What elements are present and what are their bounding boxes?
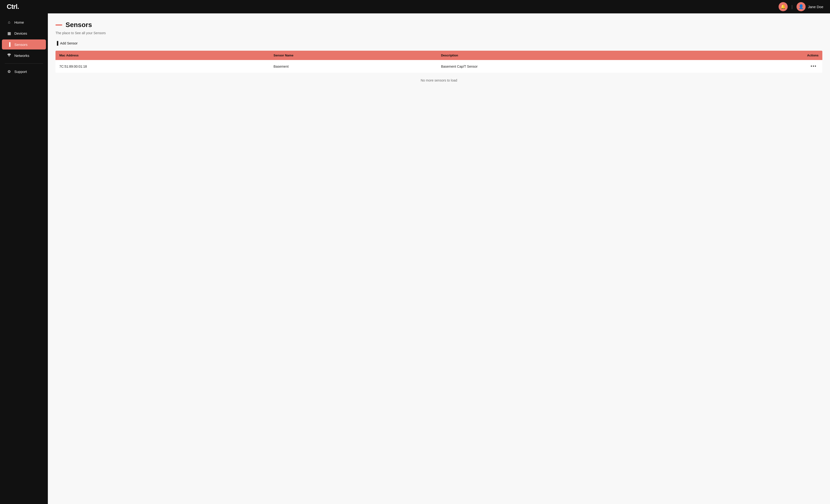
cell-description: Basement Cap/T Sensor bbox=[437, 60, 707, 73]
table-header-row: Mac Address Sensor Name Description Acti… bbox=[56, 51, 822, 60]
sidebar-divider bbox=[5, 63, 43, 64]
col-description: Description bbox=[437, 51, 707, 60]
sidebar-label-support: Support bbox=[14, 70, 27, 74]
avatar-icon: 👤 bbox=[798, 4, 804, 9]
page-header: Sensors bbox=[56, 21, 822, 29]
sidebar: ⌂ Home ▦ Devices ▐ Sensors Networks ⚙ bbox=[0, 13, 48, 504]
col-actions: Actions bbox=[706, 51, 822, 60]
add-sensor-label: Add Sensor bbox=[60, 41, 77, 45]
app-header: Ctrl. 🔔 | 👤 Jane Doe bbox=[0, 0, 830, 13]
add-sensor-button[interactable]: ▐ Add Sensor bbox=[56, 40, 78, 47]
table-body: 7C:51:89:00:01:18 Basement Basement Cap/… bbox=[56, 60, 822, 73]
cell-actions: ••• bbox=[706, 60, 822, 73]
sidebar-label-home: Home bbox=[14, 20, 24, 24]
app-logo: Ctrl. bbox=[7, 3, 19, 10]
support-icon: ⚙ bbox=[7, 69, 11, 74]
cell-mac: 7C:51:89:00:01:18 bbox=[56, 60, 270, 73]
col-mac: Mac Address bbox=[56, 51, 270, 60]
header-right: 🔔 | 👤 Jane Doe bbox=[778, 2, 823, 11]
networks-icon bbox=[7, 53, 11, 58]
table-row: 7C:51:89:00:01:18 Basement Basement Cap/… bbox=[56, 60, 822, 73]
add-sensor-icon: ▐ bbox=[56, 41, 58, 45]
user-menu[interactable]: 👤 Jane Doe bbox=[797, 2, 823, 11]
sensors-icon: ▐ bbox=[7, 42, 11, 46]
col-name: Sensor Name bbox=[270, 51, 437, 60]
avatar: 👤 bbox=[797, 2, 806, 11]
main-layout: ⌂ Home ▦ Devices ▐ Sensors Networks ⚙ bbox=[0, 13, 830, 504]
home-icon: ⌂ bbox=[7, 20, 11, 24]
sidebar-item-support[interactable]: ⚙ Support bbox=[2, 66, 46, 77]
sidebar-item-devices[interactable]: ▦ Devices bbox=[2, 28, 46, 38]
sidebar-item-networks[interactable]: Networks bbox=[2, 51, 46, 61]
notification-bell-button[interactable]: 🔔 bbox=[778, 2, 788, 11]
svg-point-0 bbox=[9, 56, 9, 57]
sensors-table: Mac Address Sensor Name Description Acti… bbox=[56, 51, 822, 73]
devices-icon: ▦ bbox=[7, 31, 11, 36]
row-actions-button[interactable]: ••• bbox=[809, 63, 819, 69]
page-subtitle: The place to See all your Sensors bbox=[56, 31, 822, 35]
sidebar-label-devices: Devices bbox=[14, 31, 27, 35]
sidebar-label-networks: Networks bbox=[14, 54, 29, 58]
table-header: Mac Address Sensor Name Description Acti… bbox=[56, 51, 822, 60]
sidebar-item-sensors[interactable]: ▐ Sensors bbox=[2, 39, 46, 49]
sidebar-label-sensors: Sensors bbox=[14, 42, 28, 46]
username-label: Jane Doe bbox=[808, 5, 823, 9]
no-more-text: No more sensors to load bbox=[56, 78, 822, 82]
sidebar-item-home[interactable]: ⌂ Home bbox=[2, 17, 46, 27]
cell-name: Basement bbox=[270, 60, 437, 73]
page-accent-bar bbox=[56, 24, 62, 26]
header-divider: | bbox=[792, 4, 793, 9]
main-content: Sensors The place to See all your Sensor… bbox=[48, 13, 830, 504]
page-title: Sensors bbox=[66, 21, 92, 29]
bell-icon: 🔔 bbox=[780, 4, 786, 9]
